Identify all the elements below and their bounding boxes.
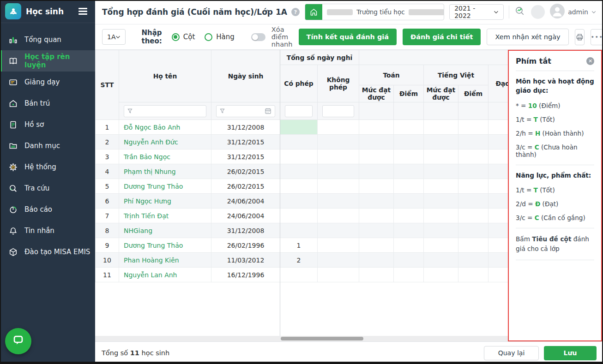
school-selector[interactable]: Trường tiểu học xyxy=(305,4,444,20)
cell-toan_diem[interactable] xyxy=(394,194,424,209)
cell-toan_muc[interactable] xyxy=(359,238,394,253)
sidebar-item-ban-tru[interactable]: Bán trú xyxy=(0,93,95,114)
cell-khong_phep[interactable] xyxy=(318,135,359,149)
cell-toan_diem[interactable] xyxy=(394,135,424,149)
sidebar-item-hoc-tap-ren-luyen[interactable]: Học tập rèn luyện xyxy=(0,50,95,72)
group-header-vietnamese[interactable]: Tiếng Việt xyxy=(424,65,488,85)
cell-khong_phep[interactable] xyxy=(318,223,359,238)
cell-toan_muc[interactable] xyxy=(359,194,394,209)
cell-khong_phep[interactable] xyxy=(318,164,359,179)
cell-tv_diem[interactable] xyxy=(458,164,488,179)
print-button[interactable] xyxy=(575,29,585,45)
dob-filter-field[interactable] xyxy=(227,107,262,114)
calculate-results-button[interactable]: Tính kết quả đánh giá xyxy=(299,29,397,45)
cell-toan_diem[interactable] xyxy=(394,164,424,179)
name-filter-input[interactable] xyxy=(124,105,206,117)
quick-delete-toggle[interactable] xyxy=(251,33,265,41)
cell-name[interactable]: Dương Trung Thảo xyxy=(119,238,211,253)
excused-filter-field[interactable] xyxy=(289,107,309,114)
column-header-math-level[interactable]: Mức đạt được xyxy=(359,85,394,102)
cell-tv_diem[interactable] xyxy=(458,209,488,223)
cell-name[interactable]: Phí Ngọc Hưng xyxy=(119,194,211,209)
cell-tv_diem[interactable] xyxy=(458,223,488,238)
cell-toan_diem[interactable] xyxy=(394,238,424,253)
cell-name[interactable]: Phạm thị Nhung xyxy=(119,164,211,179)
cell-tv_muc[interactable] xyxy=(424,209,458,223)
name-filter-field[interactable] xyxy=(135,107,203,114)
column-header-unexcused[interactable]: Không phép xyxy=(318,65,359,102)
column-header-name[interactable]: Họ tên xyxy=(119,50,211,102)
cell-tv_muc[interactable] xyxy=(424,194,458,209)
cell-toan_diem[interactable] xyxy=(394,149,424,164)
school-year-dropdown[interactable]: 2021 - 2022 xyxy=(449,4,504,20)
cell-toan_diem[interactable] xyxy=(394,268,424,282)
cell-co_phep-selected[interactable] xyxy=(280,120,318,135)
back-button[interactable]: Quay lại xyxy=(484,346,539,360)
cell-tv_diem[interactable] xyxy=(458,120,488,135)
radio-column[interactable]: Cột xyxy=(172,33,195,41)
cell-toan_muc[interactable] xyxy=(359,209,394,223)
cell-tv_diem[interactable] xyxy=(458,135,488,149)
unexcused-filter-field[interactable] xyxy=(326,107,350,114)
dob-filter-input[interactable] xyxy=(216,105,275,117)
cell-co_phep[interactable] xyxy=(280,194,318,209)
cell-co_phep[interactable]: 1 xyxy=(280,238,318,253)
cell-toan_muc[interactable] xyxy=(359,135,394,149)
cell-name[interactable]: Phan Hoàng Kiên xyxy=(119,253,211,268)
cell-tv_diem[interactable] xyxy=(458,238,488,253)
group-header-math[interactable]: Toán xyxy=(359,65,424,85)
cell-toan_muc[interactable] xyxy=(359,179,394,194)
cell-tv_muc[interactable] xyxy=(424,120,458,135)
cell-tv_muc[interactable] xyxy=(424,238,458,253)
cell-khong_phep[interactable] xyxy=(318,253,359,268)
user-menu[interactable]: admin xyxy=(550,4,596,20)
column-header-excused[interactable]: Có phép xyxy=(280,65,318,102)
sidebar-item-bao-cao[interactable]: Báo cáo xyxy=(0,199,95,220)
cell-co_phep[interactable] xyxy=(280,268,318,282)
cell-toan_diem[interactable] xyxy=(394,223,424,238)
notification-avatar-placeholder[interactable] xyxy=(531,5,545,19)
cell-tv_diem[interactable] xyxy=(458,268,488,282)
cell-toan_muc[interactable] xyxy=(359,253,394,268)
cell-toan_muc[interactable] xyxy=(359,164,394,179)
sidebar-item-ho-so[interactable]: Hồ sơ xyxy=(0,114,95,135)
radio-row[interactable]: Hàng xyxy=(205,33,235,41)
cell-toan_diem[interactable] xyxy=(394,209,424,223)
sidebar-item-tra-cuu[interactable]: Tra cứu xyxy=(0,178,95,199)
help-icon[interactable]: ? xyxy=(291,8,300,16)
more-options-button[interactable]: ••• xyxy=(591,29,603,45)
cell-khong_phep[interactable] xyxy=(318,179,359,194)
cell-co_phep[interactable] xyxy=(280,149,318,164)
sidebar-item-tin-nhan[interactable]: Tin nhắn xyxy=(0,220,95,241)
cell-tv_muc[interactable] xyxy=(424,268,458,282)
calendar-icon[interactable] xyxy=(265,107,271,114)
sidebar-item-tong-quan[interactable]: Tổng quan xyxy=(0,29,95,50)
chat-support-button[interactable] xyxy=(5,328,31,354)
cell-khong_phep[interactable] xyxy=(318,120,359,135)
sidebar-item-he-thong[interactable]: Hệ thống xyxy=(0,156,95,178)
cell-tv_muc[interactable] xyxy=(424,253,458,268)
column-header-viet-level[interactable]: Mức đạt được xyxy=(424,85,458,102)
detailed-assessment-button[interactable]: Đánh giá chi tiết xyxy=(403,29,481,45)
cell-khong_phep[interactable] xyxy=(318,238,359,253)
column-header-math-score[interactable]: Điểm xyxy=(394,85,424,102)
group-header-absence[interactable]: Tổng số ngày nghỉ xyxy=(280,50,359,65)
cell-khong_phep[interactable] xyxy=(318,194,359,209)
column-header-viet-score[interactable]: Điểm xyxy=(458,85,488,102)
cell-co_phep[interactable] xyxy=(280,164,318,179)
cell-tv_muc[interactable] xyxy=(424,164,458,179)
cell-tv_muc[interactable] xyxy=(424,223,458,238)
column-header-dob[interactable]: Ngày sinh xyxy=(211,50,280,102)
excused-filter-input[interactable] xyxy=(285,105,313,117)
class-dropdown[interactable]: 1A xyxy=(102,29,126,45)
cell-name[interactable]: Trần Bảo Ngọc xyxy=(119,149,211,164)
cell-toan_muc[interactable] xyxy=(359,120,394,135)
cell-co_phep[interactable] xyxy=(280,223,318,238)
scrollbar-thumb[interactable] xyxy=(281,337,363,340)
cell-khong_phep[interactable] xyxy=(318,268,359,282)
cell-tv_muc[interactable] xyxy=(424,135,458,149)
cell-khong_phep[interactable] xyxy=(318,149,359,164)
cell-name[interactable]: NHGiang xyxy=(119,223,211,238)
sidebar-item-giang-day[interactable]: Giảng dạy xyxy=(0,72,95,93)
cell-co_phep[interactable] xyxy=(280,179,318,194)
